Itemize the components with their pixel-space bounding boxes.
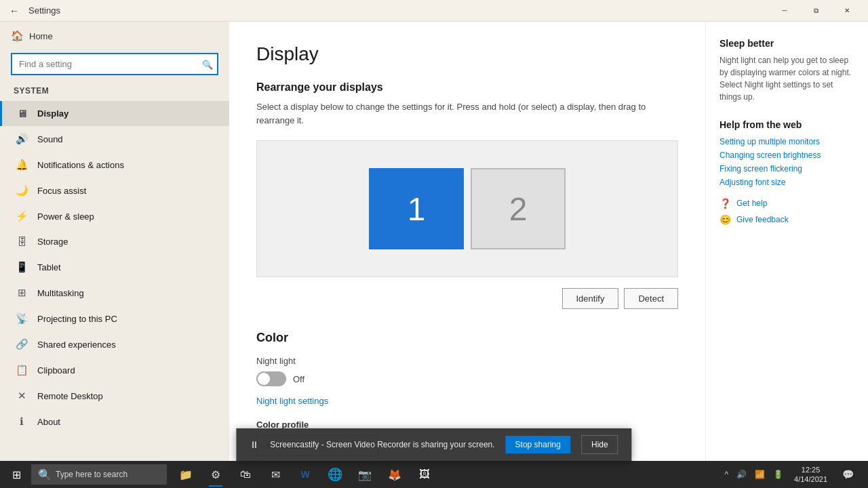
sidebar-search-container: 🔍 xyxy=(11,53,218,75)
sidebar-item-label: About xyxy=(37,417,60,427)
title-bar: ← Settings ─ ⧉ ✕ xyxy=(0,0,868,22)
minimize-button[interactable]: ─ xyxy=(769,0,800,22)
home-icon: 🏠 xyxy=(11,30,24,42)
title-bar-left: ← Settings xyxy=(5,5,60,16)
monitor-2[interactable]: 2 xyxy=(471,168,566,249)
hide-sharing-button[interactable]: Hide xyxy=(581,435,618,454)
search-icon: 🔍 xyxy=(202,59,213,69)
app-title: Settings xyxy=(28,5,60,16)
sidebar-item-label: Shared experiences xyxy=(37,340,116,350)
monitor-1[interactable]: 1 xyxy=(369,168,464,249)
restore-button[interactable]: ⧉ xyxy=(800,0,831,22)
focus-icon: 🌙 xyxy=(16,184,28,197)
search-input[interactable] xyxy=(11,53,218,75)
window-controls: ─ ⧉ ✕ xyxy=(769,0,863,22)
close-button[interactable]: ✕ xyxy=(831,0,863,22)
taskbar-search-icon: 🔍 xyxy=(38,468,52,481)
sleep-text: Night light can help you get to sleep by… xyxy=(719,54,854,103)
sidebar-item-label: Remote Desktop xyxy=(37,391,103,401)
taskbar-app-settings[interactable]: ⚙ xyxy=(201,461,231,488)
help-link-font[interactable]: Adjusting font size xyxy=(719,178,854,187)
color-title: Color xyxy=(256,331,678,345)
sidebar-item-label: Notifications & actions xyxy=(37,160,124,170)
tablet-icon: 📱 xyxy=(16,261,28,273)
taskbar-app-explorer[interactable]: 📁 xyxy=(171,461,201,488)
display-buttons: Identify Detect xyxy=(256,288,678,309)
home-label: Home xyxy=(29,31,53,41)
about-icon: ℹ xyxy=(16,415,28,428)
back-icon[interactable]: ← xyxy=(5,5,23,16)
taskbar-app-camera[interactable]: 📷 xyxy=(350,461,380,488)
sidebar-item-about[interactable]: ℹ About xyxy=(0,409,229,434)
get-help-row[interactable]: ❓ Get help xyxy=(719,198,854,209)
app-body: 🏠 Home 🔍 System 🖥 Display 🔊 Sound 🔔 Noti… xyxy=(0,22,868,461)
taskbar-search-text: Type here to search xyxy=(56,470,127,479)
taskbar-app-browser2[interactable]: 🦊 xyxy=(380,461,410,488)
sidebar-item-remote[interactable]: ✕ Remote Desktop xyxy=(0,383,229,409)
clock-date: 4/14/2021 xyxy=(794,474,827,484)
sharing-bar: ⏸ Screencastify - Screen Video Recorder … xyxy=(236,428,631,461)
night-light-status: Off xyxy=(293,374,304,384)
right-panel: Sleep better Night light can help you ge… xyxy=(705,22,868,461)
sidebar-item-sound[interactable]: 🔊 Sound xyxy=(0,126,229,152)
sidebar-item-label: Sound xyxy=(37,134,63,144)
night-light-toggle[interactable] xyxy=(256,371,286,386)
sharing-indicator-icon: ⏸ xyxy=(250,439,259,450)
display-area: 1 2 xyxy=(256,140,678,277)
sidebar-item-display[interactable]: 🖥 Display xyxy=(0,101,229,126)
get-help-link[interactable]: Get help xyxy=(736,199,767,208)
sidebar-item-multitasking[interactable]: ⊞ Multitasking xyxy=(0,280,229,306)
sidebar-item-label: Clipboard xyxy=(37,365,75,375)
tray-network[interactable]: 📶 xyxy=(752,468,768,481)
taskbar-app-chrome[interactable]: 🌐 xyxy=(320,461,350,488)
night-light-settings-link[interactable]: Night light settings xyxy=(256,396,678,406)
tray-caret[interactable]: ^ xyxy=(722,468,731,481)
tray-volume[interactable]: 🔊 xyxy=(734,468,749,481)
night-light-label: Night light xyxy=(256,356,678,366)
multitasking-icon: ⊞ xyxy=(16,287,28,299)
help-link-monitors[interactable]: Setting up multiple monitors xyxy=(719,137,854,146)
sidebar-item-label: Display xyxy=(37,108,68,119)
sidebar-item-projecting[interactable]: 📡 Projecting to this PC xyxy=(0,306,229,331)
taskbar-apps: 📁 ⚙ 🛍 ✉ W 🌐 📷 🦊 🖼 xyxy=(171,461,715,488)
sidebar-item-power[interactable]: ⚡ Power & sleep xyxy=(0,203,229,229)
taskbar-app-mail[interactable]: ✉ xyxy=(260,461,290,488)
sidebar-item-notifications[interactable]: 🔔 Notifications & actions xyxy=(0,152,229,178)
sidebar-item-storage[interactable]: 🗄 Storage xyxy=(0,229,229,254)
sidebar-home[interactable]: 🏠 Home xyxy=(0,22,229,50)
sleep-title: Sleep better xyxy=(719,38,854,49)
help-link-brightness[interactable]: Changing screen brightness xyxy=(719,150,854,160)
stop-sharing-button[interactable]: Stop sharing xyxy=(506,436,570,453)
give-feedback-row[interactable]: 😊 Give feedback xyxy=(719,214,854,225)
sidebar-item-label: Power & sleep xyxy=(37,211,94,222)
remote-icon: ✕ xyxy=(16,390,28,402)
night-light-toggle-row: Off xyxy=(256,371,678,386)
detect-button[interactable]: Detect xyxy=(624,288,678,309)
clock-time: 12:25 xyxy=(802,465,821,474)
shared-icon: 🔗 xyxy=(16,338,28,350)
identify-button[interactable]: Identify xyxy=(562,288,619,309)
section-description: Select a display below to change the set… xyxy=(256,100,678,127)
help-title: Help from the web xyxy=(719,119,854,130)
rearrange-title: Rearrange your displays xyxy=(256,81,678,94)
tray-battery[interactable]: 🔋 xyxy=(770,468,786,481)
start-button[interactable]: ⊞ xyxy=(3,461,30,488)
sidebar-item-tablet[interactable]: 📱 Tablet xyxy=(0,254,229,280)
taskbar-clock[interactable]: 12:25 4/14/2021 xyxy=(789,464,833,486)
taskbar-app-word[interactable]: W xyxy=(290,461,320,488)
taskbar-app-photos[interactable]: 🖼 xyxy=(410,461,439,488)
give-feedback-icon: 😊 xyxy=(719,214,731,225)
sidebar-item-clipboard[interactable]: 📋 Clipboard xyxy=(0,357,229,383)
notification-center-button[interactable]: 💬 xyxy=(835,461,860,488)
sidebar-item-label: Projecting to this PC xyxy=(37,314,117,324)
main-content: Display Rearrange your displays Select a… xyxy=(229,22,705,461)
sidebar-item-label: Multitasking xyxy=(37,288,84,298)
page-title: Display xyxy=(256,43,678,65)
sidebar-section-label: System xyxy=(0,83,229,101)
sidebar-item-shared[interactable]: 🔗 Shared experiences xyxy=(0,331,229,357)
give-feedback-link[interactable]: Give feedback xyxy=(736,215,789,224)
help-link-flickering[interactable]: Fixing screen flickering xyxy=(719,164,854,174)
taskbar-search[interactable]: 🔍 Type here to search xyxy=(31,464,167,485)
taskbar-app-store[interactable]: 🛍 xyxy=(231,461,260,488)
sidebar-item-focus[interactable]: 🌙 Focus assist xyxy=(0,178,229,203)
